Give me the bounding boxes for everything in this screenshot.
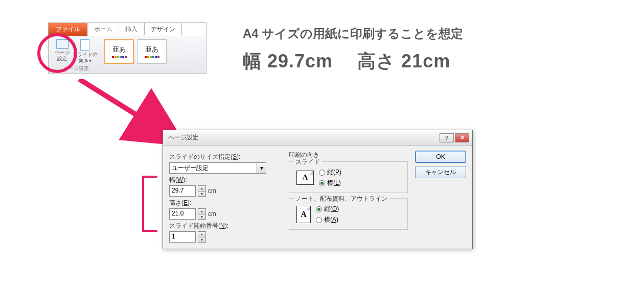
start-number-label: スライド開始番号(N): — [169, 222, 282, 230]
theme-sample-text: 亜あ — [145, 45, 158, 54]
notes-landscape-radio[interactable] — [316, 217, 322, 223]
page-setup-label-2: 設定 — [57, 56, 67, 61]
start-number-input[interactable]: 1 — [169, 231, 196, 243]
height-spinner[interactable]: ▲▼ — [198, 208, 206, 220]
width-input[interactable]: 29.7 — [169, 185, 196, 197]
annotation-line-2: 幅 29.7cm高さ 21cm — [243, 49, 450, 74]
tab-file[interactable]: ファイル — [49, 23, 88, 36]
spin-down-icon[interactable]: ▼ — [198, 191, 205, 197]
ribbon-group-page-setup: ページ設定 スライドの向き▾ ページ設定 — [52, 39, 101, 72]
slide-size-select[interactable]: ユーザー設定 ▾ — [169, 162, 266, 174]
height-label: 高さ(E): — [169, 199, 282, 207]
page-setup-dialog: ページ設定 ? ✕ スライドのサイズ指定(S): ユーザー設定 ▾ 幅(W): … — [163, 130, 473, 249]
orientation-label-1: スライドの — [72, 52, 98, 57]
annotation-height: 高さ 21cm — [357, 51, 450, 71]
page-setup-button[interactable]: ページ設定 — [55, 39, 70, 64]
notes-landscape-label: 横(A) — [324, 215, 338, 224]
dialog-title: ページ設定 — [168, 133, 439, 142]
color-strip-icon — [112, 56, 127, 58]
portrait-preview-icon: A — [296, 206, 311, 223]
height-unit: cm — [208, 210, 216, 218]
tab-design[interactable]: デザイン — [144, 22, 182, 35]
ribbon-group-themes: 亜あ 亜あ — [101, 39, 170, 72]
dialog-titlebar[interactable]: ページ設定 ? ✕ — [163, 130, 472, 146]
ribbon-tabs: ファイル ホーム 挿入 デザイン — [49, 23, 206, 36]
portrait-label: 縦(P) — [327, 168, 341, 177]
orientation-label-2: 向き▾ — [79, 58, 91, 63]
help-button[interactable]: ? — [440, 133, 454, 142]
slides-orientation-group: スライド A 縦(P) 横(L) — [289, 161, 408, 193]
slides-legend: スライド — [293, 158, 322, 166]
ribbon-body: ページ設定 スライドの向き▾ ページ設定 亜あ 亜あ — [49, 36, 206, 73]
landscape-preview-icon: A — [296, 171, 314, 185]
height-input[interactable]: 21.0 — [169, 208, 196, 220]
ok-button[interactable]: OK — [415, 151, 466, 163]
annotation-line-1: A4 サイズの用紙に印刷することを想定 — [243, 26, 463, 42]
slide-portrait-radio[interactable] — [319, 170, 325, 176]
cancel-button[interactable]: キャンセル — [415, 166, 466, 178]
color-strip-icon — [145, 56, 159, 58]
dropdown-icon[interactable]: ▾ — [257, 163, 266, 173]
width-unit: cm — [208, 187, 216, 195]
tab-insert[interactable]: 挿入 — [119, 23, 144, 36]
tab-home[interactable]: ホーム — [88, 23, 119, 36]
notes-portrait-label: 縦(O) — [324, 205, 339, 213]
annotation-width: 幅 29.7cm — [243, 51, 333, 71]
slide-landscape-radio[interactable] — [319, 180, 325, 186]
arrow-icon — [74, 79, 176, 146]
slide-orientation-button[interactable]: スライドの向き▾ — [72, 39, 98, 64]
notes-portrait-radio[interactable] — [316, 206, 322, 212]
spin-up-icon[interactable]: ▲ — [198, 186, 205, 191]
slide-size-value: ユーザー設定 — [170, 163, 257, 173]
width-spinner[interactable]: ▲▼ — [198, 185, 206, 197]
notes-legend: ノート、配布資料、アウトライン — [293, 195, 389, 203]
close-button[interactable]: ✕ — [455, 133, 469, 142]
notes-orientation-group: ノート、配布資料、アウトライン A 縦(O) 横(A) — [289, 198, 408, 230]
slide-size-label: スライドのサイズ指定(S): — [169, 153, 282, 161]
theme-thumbnail-1[interactable]: 亜あ — [104, 39, 134, 64]
theme-thumbnail-2[interactable]: 亜あ — [137, 39, 167, 64]
bracket-icon — [142, 176, 157, 232]
spin-down-icon[interactable]: ▼ — [198, 214, 205, 220]
ribbon-group-label: ページ設定 — [63, 65, 89, 72]
page-setup-label-1: ページ — [55, 50, 70, 55]
start-number-spinner[interactable]: ▲▼ — [198, 231, 206, 243]
spin-up-icon[interactable]: ▲ — [198, 209, 205, 214]
theme-sample-text: 亜あ — [112, 45, 126, 54]
spin-down-icon[interactable]: ▼ — [198, 237, 205, 243]
page-setup-icon — [56, 39, 68, 49]
width-label: 幅(W): — [169, 176, 282, 184]
ribbon: ファイル ホーム 挿入 デザイン ページ設定 スライドの向き▾ ページ設定 亜あ — [48, 22, 206, 74]
spin-up-icon[interactable]: ▲ — [198, 232, 205, 237]
landscape-label: 横(L) — [327, 179, 341, 187]
orientation-icon — [80, 39, 89, 51]
